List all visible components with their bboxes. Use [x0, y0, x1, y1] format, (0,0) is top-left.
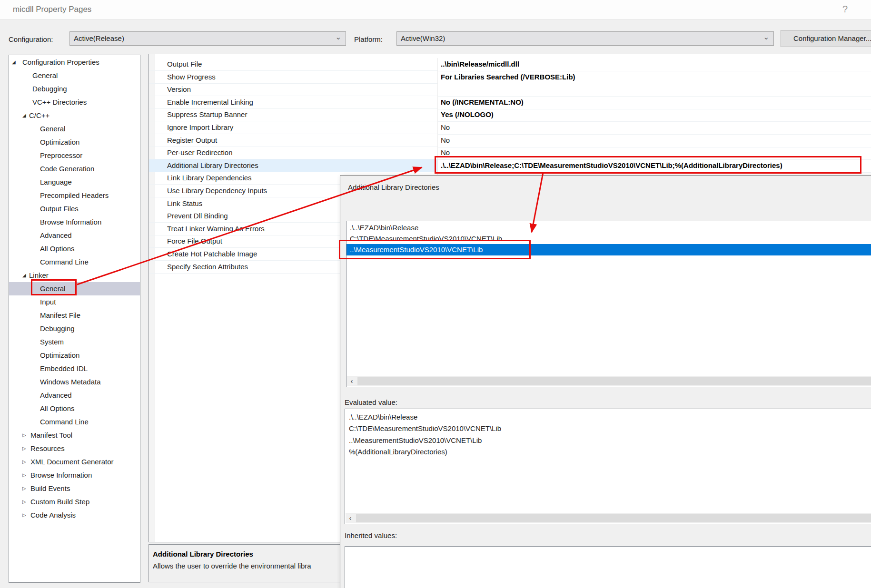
- tree-item-command-line[interactable]: Command Line: [9, 255, 140, 269]
- configuration-label: Configuration:: [9, 35, 53, 43]
- tree-item-code-analysis[interactable]: ▷Code Analysis: [9, 509, 140, 522]
- scrollbar-thumb[interactable]: [357, 377, 871, 385]
- tree-item-system[interactable]: System: [9, 335, 140, 349]
- directory-list-item[interactable]: C:\TDE\MeasurementStudioVS2010\VCNET\Lib: [346, 233, 871, 244]
- property-value: No: [437, 147, 871, 160]
- tree-item-manifest-file[interactable]: Manifest File: [9, 309, 140, 322]
- tree-item-general[interactable]: General: [9, 282, 140, 295]
- tree-item-label: Linker: [29, 269, 49, 282]
- tree-item-label: Debugging: [32, 82, 67, 96]
- tree-item-vc-directories[interactable]: VC++ Directories: [9, 96, 140, 109]
- chevron-down-icon: ⌄: [335, 33, 341, 41]
- property-value: No (/INCREMENTAL:NO): [437, 96, 871, 109]
- tree-item-general[interactable]: General: [9, 69, 140, 82]
- tree-item-label: General: [32, 69, 58, 82]
- tree-item-label: Input: [40, 295, 56, 309]
- platform-value: Active(Win32): [401, 32, 445, 45]
- tree-item-custom-build-step[interactable]: ▷Custom Build Step: [9, 495, 140, 509]
- title-bar: micdll Property Pages ?: [0, 0, 871, 20]
- property-value: ..\bin\Release/micdll.dll: [437, 58, 871, 71]
- configuration-manager-button[interactable]: Configuration Manager...: [781, 30, 871, 47]
- platform-label: Platform:: [354, 35, 383, 43]
- tree-item-resources[interactable]: ▷Resources: [9, 442, 140, 455]
- tree-item-general[interactable]: General: [9, 122, 140, 136]
- property-name: Output File: [149, 58, 437, 71]
- tree-item-label: Preprocessor: [40, 149, 82, 162]
- tree-item-browse-information[interactable]: Browse Information: [9, 216, 140, 229]
- property-pages-dialog: micdll Property Pages ? Configuration: A…: [0, 0, 871, 588]
- tree-item-label: Output Files: [40, 202, 79, 216]
- tree-item-browse-information[interactable]: ▷Browse Information: [9, 469, 140, 482]
- directory-list-item[interactable]: ..\MeasurementStudioVS2010\VCNET\Lib: [346, 244, 871, 255]
- chevron-collapsed-icon: ▷: [22, 509, 26, 522]
- property-row-output-file[interactable]: Output File..\bin\Release/micdll.dll: [149, 58, 871, 71]
- tree-item-label: All Options: [40, 242, 75, 255]
- evaluated-value-line: %(AdditionalLibraryDirectories): [349, 446, 871, 458]
- tree-item-debugging[interactable]: Debugging: [9, 82, 140, 96]
- property-row-ignore-import-library[interactable]: Ignore Import LibraryNo: [149, 121, 871, 134]
- tree-item-c-c[interactable]: ◢C/C++: [9, 109, 140, 122]
- tree-item-language[interactable]: Language: [9, 176, 140, 189]
- tree-item-all-options[interactable]: All Options: [9, 242, 140, 255]
- tree-item-build-events[interactable]: ▷Build Events: [9, 482, 140, 495]
- scroll-left-icon[interactable]: ‹: [347, 376, 356, 386]
- property-row-version[interactable]: Version: [149, 83, 871, 96]
- tree-item-label: Resources: [30, 442, 65, 455]
- help-icon[interactable]: ?: [842, 4, 848, 15]
- property-row-register-output[interactable]: Register OutputNo: [149, 134, 871, 147]
- tree-item-all-options[interactable]: All Options: [9, 402, 140, 415]
- tree-item-label: Advanced: [40, 389, 72, 402]
- horizontal-scrollbar[interactable]: ‹: [346, 513, 871, 523]
- scrollbar-thumb[interactable]: [356, 514, 871, 522]
- tree-item-manifest-tool[interactable]: ▷Manifest Tool: [9, 429, 140, 442]
- inherited-values-box: [345, 546, 871, 588]
- property-row-per-user-redirection[interactable]: Per-user RedirectionNo: [149, 147, 871, 159]
- tree-item-label: Configuration Properties: [22, 56, 99, 69]
- evaluated-value-line: .\..\EZAD\bin\Release: [349, 412, 871, 423]
- property-name: Enable Incremental Linking: [149, 96, 437, 109]
- chevron-expanded-icon: ◢: [12, 56, 16, 69]
- chevron-collapsed-icon: ▷: [22, 442, 26, 455]
- chevron-expanded-icon: ◢: [22, 109, 26, 122]
- tree-item-xml-document-generator[interactable]: ▷XML Document Generator: [9, 455, 140, 469]
- tree-item-label: System: [40, 335, 64, 349]
- tree-item-label: XML Document Generator: [30, 455, 114, 469]
- tree-item-label: Code Generation: [40, 162, 94, 176]
- tree-item-optimization[interactable]: Optimization: [9, 136, 140, 149]
- chevron-collapsed-icon: ▷: [22, 482, 26, 495]
- property-row-suppress-startup-banner[interactable]: Suppress Startup BannerYes (/NOLOGO): [149, 108, 871, 121]
- tree-item-advanced[interactable]: Advanced: [9, 229, 140, 242]
- tree-item-output-files[interactable]: Output Files: [9, 202, 140, 216]
- tree-item-input[interactable]: Input: [9, 295, 140, 309]
- tree-item-configuration-properties[interactable]: ◢Configuration Properties: [9, 56, 140, 69]
- chevron-expanded-icon: ◢: [22, 269, 26, 282]
- property-name: Ignore Import Library: [149, 121, 437, 134]
- horizontal-scrollbar[interactable]: ‹: [347, 376, 871, 386]
- tree-item-debugging[interactable]: Debugging: [9, 322, 140, 335]
- property-row-show-progress[interactable]: Show ProgressFor Libraries Searched (/VE…: [149, 71, 871, 84]
- tree-item-label: C/C++: [29, 109, 49, 122]
- tree-item-command-line[interactable]: Command Line: [9, 415, 140, 429]
- tree-item-code-generation[interactable]: Code Generation: [9, 162, 140, 176]
- scroll-left-icon[interactable]: ‹: [346, 513, 355, 523]
- property-row-additional-library-directories[interactable]: Additional Library Directories.\..\EZAD\…: [149, 159, 871, 172]
- tree-item-preprocessor[interactable]: Preprocessor: [9, 149, 140, 162]
- chevron-collapsed-icon: ▷: [22, 469, 26, 482]
- platform-dropdown[interactable]: Active(Win32) ⌄: [396, 31, 774, 46]
- directory-list[interactable]: .\..\EZAD\bin\ReleaseC:\TDE\MeasurementS…: [346, 221, 871, 387]
- property-name: Version: [149, 83, 437, 96]
- tree-item-label: General: [40, 282, 65, 295]
- tree-item-optimization[interactable]: Optimization: [9, 349, 140, 362]
- directory-list-item[interactable]: .\..\EZAD\bin\Release: [346, 222, 871, 233]
- tree-item-precompiled-headers[interactable]: Precompiled Headers: [9, 189, 140, 202]
- property-row-enable-incremental-linking[interactable]: Enable Incremental LinkingNo (/INCREMENT…: [149, 96, 871, 109]
- tree-item-linker[interactable]: ◢Linker: [9, 269, 140, 282]
- tree-item-windows-metadata[interactable]: Windows Metadata: [9, 375, 140, 389]
- tree-item-embedded-idl[interactable]: Embedded IDL: [9, 362, 140, 375]
- tree-item-advanced[interactable]: Advanced: [9, 389, 140, 402]
- configuration-dropdown[interactable]: Active(Release) ⌄: [69, 31, 346, 46]
- tree-item-label: Command Line: [40, 255, 89, 269]
- chevron-collapsed-icon: ▷: [22, 429, 26, 442]
- property-name: Register Output: [149, 134, 437, 147]
- tree-item-label: Command Line: [40, 415, 89, 429]
